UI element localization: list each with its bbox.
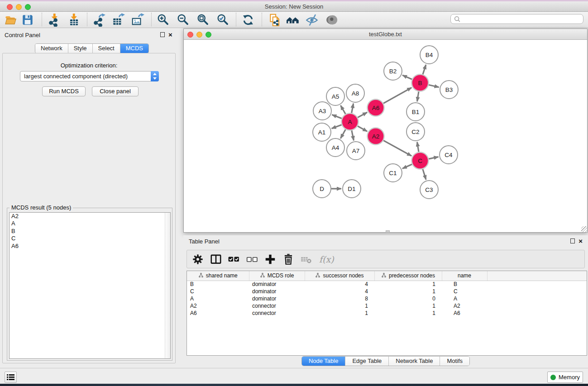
export-table-icon[interactable] [111, 13, 125, 27]
graph-edge-A-A6[interactable] [358, 112, 367, 117]
table-row[interactable]: Adominator80A [187, 295, 587, 302]
graph-edge-B-B1[interactable] [417, 91, 419, 101]
add-column-icon[interactable] [264, 253, 277, 266]
graph-edge-A2-C[interactable] [383, 140, 411, 156]
mcds-result-item[interactable]: A6 [10, 243, 170, 250]
run-mcds-button[interactable]: Run MCDS [42, 86, 86, 96]
table-cell[interactable]: A6 [187, 310, 249, 317]
search-input[interactable] [461, 16, 583, 22]
table-cell[interactable]: B [187, 281, 249, 288]
table-cell[interactable]: 1 [374, 288, 442, 295]
eye-icon[interactable] [326, 13, 339, 27]
table-cell[interactable]: 1 [374, 281, 442, 288]
search-box[interactable] [450, 14, 583, 24]
graph-node-A1[interactable]: A1 [313, 123, 331, 141]
graph-edge-A-A3[interactable] [332, 114, 341, 118]
table-cell[interactable]: dominator [249, 295, 305, 302]
task-history-button[interactable] [5, 372, 17, 383]
table-cell[interactable]: 1 [305, 310, 374, 317]
table-cell[interactable]: 1 [305, 302, 374, 310]
graph-node-A2[interactable]: A2 [368, 128, 384, 145]
graph-node-A[interactable]: A [342, 114, 359, 130]
graph-edge-C-C2[interactable] [417, 142, 419, 152]
tab-network[interactable]: Network [35, 44, 68, 53]
deselect-all-icon[interactable] [246, 253, 258, 266]
column-icon[interactable] [210, 253, 222, 266]
mcds-result-list[interactable]: A2ABCA6 [9, 212, 171, 359]
resize-grip-corner[interactable] [581, 226, 587, 232]
tab-edge-table[interactable]: Edge Table [345, 357, 389, 366]
network-graph[interactable]: AA1A2A3A4A5A6A7A8BB1B2B3B4CC1C2C3C4DD1 [184, 40, 587, 232]
graph-node-C3[interactable]: C3 [420, 181, 438, 199]
column-header-successor-nodes[interactable]: successor nodes [305, 271, 374, 281]
graph-node-B3[interactable]: B3 [440, 81, 458, 99]
tab-select[interactable]: Select [93, 44, 120, 53]
graph-edge-A6-B[interactable] [383, 88, 411, 104]
memory-button[interactable]: Memory [547, 372, 583, 383]
graph-node-A7[interactable]: A7 [347, 142, 365, 160]
close-panel-button[interactable]: Close panel [92, 86, 139, 96]
graph-node-A5[interactable]: A5 [326, 87, 344, 105]
graph-node-B1[interactable]: B1 [406, 103, 425, 121]
import-network-icon[interactable] [48, 13, 61, 27]
table-cell[interactable]: A [442, 295, 487, 302]
graph-edge-A-A1[interactable] [332, 125, 342, 129]
column-header-predecessor-nodes[interactable]: predecessor nodes [374, 271, 442, 281]
float-panel-icon[interactable] [160, 32, 165, 37]
table-row[interactable]: Bdominator41B [187, 281, 587, 288]
tab-mcds[interactable]: MCDS [120, 44, 148, 53]
graph-edge-C-C3[interactable] [423, 169, 426, 180]
graph-node-A3[interactable]: A3 [313, 102, 331, 120]
mcds-result-item[interactable]: C [10, 235, 170, 242]
float-panel-icon[interactable] [570, 238, 575, 243]
graph-node-C4[interactable]: C4 [440, 146, 458, 164]
graph-node-C[interactable]: C [412, 152, 429, 169]
graph-node-B[interactable]: B [412, 75, 429, 91]
graph-edge-A-A5[interactable] [340, 105, 345, 114]
graph-node-A8[interactable]: A8 [346, 84, 364, 102]
select-all-icon[interactable] [228, 253, 240, 266]
table-cell[interactable]: connector [249, 310, 305, 317]
save-icon[interactable] [21, 13, 34, 27]
graph-edge-C-C4[interactable] [429, 157, 438, 159]
import-table-icon[interactable] [67, 13, 81, 27]
table-cell[interactable]: 0 [374, 295, 442, 302]
table-cell[interactable]: 8 [305, 295, 374, 302]
graph-node-C2[interactable]: C2 [406, 123, 425, 141]
table-cell[interactable]: dominator [249, 281, 305, 288]
delete-column-icon[interactable] [282, 253, 295, 266]
clone-network-icon[interactable] [268, 13, 282, 27]
scrollbar[interactable] [165, 213, 170, 358]
network-canvas[interactable]: AA1A2A3A4A5A6A7A8BB1B2B3B4CC1C2C3C4DD1 [184, 40, 587, 232]
graph-node-B2[interactable]: B2 [384, 62, 402, 80]
tab-style[interactable]: Style [68, 44, 93, 53]
graph-node-A4[interactable]: A4 [326, 138, 344, 157]
graph-node-D[interactable]: D [313, 180, 331, 198]
table-cell[interactable]: connector [249, 302, 305, 310]
zoom-selected-icon[interactable] [216, 13, 230, 27]
table-cell[interactable]: A2 [187, 302, 249, 310]
optimization-dropdown[interactable]: largest connected component (directed) [20, 71, 159, 81]
graph-edge-C-C1[interactable] [402, 164, 412, 169]
column-header-MCDS-role[interactable]: MCDS role [249, 271, 305, 281]
export-network-icon[interactable] [92, 13, 106, 27]
gear-icon[interactable] [191, 253, 204, 266]
table-cell[interactable]: 4 [305, 288, 374, 295]
table-cell[interactable]: B [442, 281, 487, 288]
resize-grip-bottom[interactable] [386, 230, 390, 233]
table-cell[interactable]: dominator [249, 288, 305, 295]
zoom-out-icon[interactable] [177, 13, 190, 27]
table-cell[interactable]: A2 [442, 302, 487, 310]
close-panel-icon[interactable]: × [578, 238, 583, 243]
mcds-result-item[interactable]: A2 [10, 213, 170, 220]
column-header-name[interactable]: name [442, 271, 487, 281]
table-row[interactable]: A6connector11A6 [187, 310, 587, 317]
show-all-views-icon[interactable] [286, 13, 300, 27]
tab-network-table[interactable]: Network Table [389, 357, 440, 366]
graph-edge-B-B2[interactable] [402, 75, 412, 79]
tab-motifs[interactable]: Motifs [440, 357, 469, 366]
graph-edge-A-A8[interactable] [352, 104, 354, 113]
network-window-titlebar[interactable]: testGlobe.txt [184, 29, 587, 40]
graph-edge-B-B4[interactable] [423, 65, 426, 75]
table-cell[interactable]: A6 [442, 310, 487, 317]
